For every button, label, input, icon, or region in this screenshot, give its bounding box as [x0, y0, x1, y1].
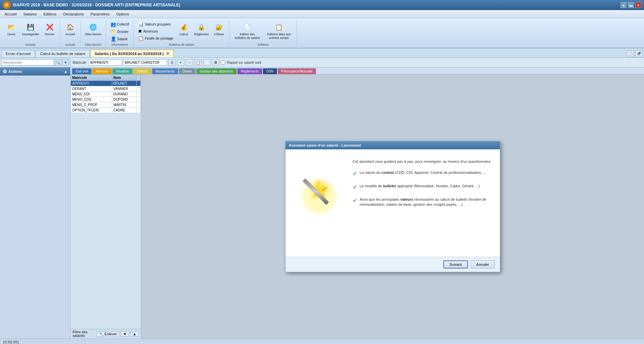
maximize-button[interactable]: ▬: [628, 2, 634, 8]
search-input[interactable]: [1, 59, 54, 65]
close-button[interactable]: ✕: [635, 2, 641, 8]
ribbon-btn-absences[interactable]: ✖ Absences: [136, 28, 175, 35]
tab-reglements[interactable]: Règlements: [237, 68, 262, 74]
search-button[interactable]: 🔍: [55, 59, 61, 66]
ribbon-btn-sites[interactable]: 🌐 Sites favoris: [83, 21, 103, 37]
employee-header: Matricule ⟨⟨ + − 📋 📄 ⚙ Rappel sur salari…: [71, 58, 644, 67]
copy-button[interactable]: 📋: [195, 59, 202, 66]
menu-editions[interactable]: Editions: [40, 11, 60, 17]
ribbon-btn-pointage[interactable]: 📋 Feuille de pointage: [136, 35, 175, 42]
ribbon-btn-reglement[interactable]: 🔒 Règlement: [192, 21, 211, 37]
ribbon-btn-accueil[interactable]: 🏠 Accueil: [63, 21, 78, 37]
app-logo: IP: [3, 1, 11, 9]
menu-declarations[interactable]: Déclarations: [60, 11, 87, 17]
table-row[interactable]: GERANT VANNIER: [71, 86, 141, 92]
nav-prev-button[interactable]: ⟨⟨: [168, 59, 176, 66]
tab-calcul[interactable]: Calcul du bulletin de salaire: [36, 50, 90, 57]
tab-gestion-absences[interactable]: Gestion des absences: [196, 68, 237, 74]
cell-nom: MARTIN: [112, 102, 136, 108]
restore-button[interactable]: ⬜: [627, 50, 634, 57]
tab-prevoyance[interactable]: Prévoyance/Mutuelle: [277, 68, 316, 74]
tab-dsn[interactable]: DSN: [263, 68, 277, 74]
version-label: 10.00.001: [3, 340, 19, 344]
cell-empty: [137, 97, 141, 102]
dialog-overlay: Assistant saisie d'un salarié - Lancemen…: [141, 75, 644, 339]
table-row[interactable]: MENS_CDI2 DUPOND: [71, 97, 141, 102]
ribbon-btn-collectif[interactable]: 👥 Collectif: [109, 21, 131, 28]
minimize-button[interactable]: ▲: [620, 2, 627, 8]
tab-valeurs[interactable]: Valeurs: [133, 68, 152, 74]
filter-down-button[interactable]: ▼: [121, 331, 129, 337]
filter-down-icon: ▼: [123, 332, 127, 336]
reglement-icon: 🔒: [196, 22, 207, 33]
ribbon-btn-calcul[interactable]: 💰 Calcul: [176, 21, 191, 37]
ribbon-btn-valeurs[interactable]: 📊 Valeurs groupées: [136, 21, 175, 28]
tab-close-icon[interactable]: ✕: [166, 51, 169, 56]
cloture-icon: 🔐: [214, 22, 224, 33]
menu-accueil[interactable]: Accueil: [1, 11, 20, 17]
ribbon-btn-cloture[interactable]: 🔐 Clôture: [212, 21, 226, 37]
float-button[interactable]: 🗗: [635, 50, 643, 57]
employee-list-panel: Matricule Nom APPRENTI BRUNET: [71, 75, 141, 339]
ribbon-btn-sauvegarder[interactable]: 💾 Sauvegarder: [20, 21, 41, 37]
annuler-button[interactable]: Annuler: [471, 260, 495, 268]
matricule-label: Matricule: [73, 61, 86, 64]
cell-nom: VANNIER: [112, 86, 136, 92]
table-row[interactable]: MENS_CDI DURAND: [71, 92, 141, 97]
check-text-1: Le modèle de bulletin approprié (Mensual…: [360, 184, 480, 189]
tab-divers[interactable]: Divers: [179, 68, 196, 74]
col-nom: Nom: [112, 75, 136, 81]
accueil-group-label: Accueil: [63, 43, 78, 47]
menu-salaires[interactable]: Salaires: [20, 11, 40, 17]
tab-salaries-label: Salariés ( Du 01/03/2018 au 31/03/2018 ): [95, 52, 164, 56]
check-item-0: ✔ La nature du contrat (CDD, CDI, Appren…: [353, 170, 493, 177]
edition-bulletins-icon: 📄: [242, 22, 253, 33]
matricule-input[interactable]: [88, 59, 122, 65]
info-group-label: Informations: [109, 43, 131, 47]
ribbon-btn-ouvrir[interactable]: 📂 Ouvrir: [4, 21, 19, 37]
col-scroll: [137, 75, 141, 81]
actions-collapse-button[interactable]: ▲: [64, 69, 68, 73]
menu-options[interactable]: Options: [113, 11, 132, 17]
ribbon-btn-salarie[interactable]: 👤 Salarié: [109, 36, 131, 42]
valeurs-label: Valeurs groupées: [145, 22, 171, 26]
tab-adresse[interactable]: Adresse: [92, 68, 112, 74]
menu-parametres[interactable]: Paramètres: [87, 11, 113, 17]
suivant-button[interactable]: Suivant: [443, 260, 468, 268]
add-button[interactable]: +: [62, 59, 69, 66]
tab-accueil[interactable]: Ecran d'accueil: [1, 50, 35, 57]
filter-up-button[interactable]: ▲: [130, 331, 139, 337]
col-matricule: Matricule: [71, 75, 112, 81]
name-input[interactable]: [123, 59, 167, 65]
paste-button[interactable]: 📄: [203, 59, 211, 66]
delete-employee-button[interactable]: −: [186, 59, 193, 66]
cell-empty: [137, 92, 141, 97]
table-row[interactable]: OPTION_TPLEIN CADRE: [71, 108, 141, 113]
tab-mouvements[interactable]: Mouvements: [152, 68, 178, 74]
table-row[interactable]: MENS_C_PROF MARTIN: [71, 102, 141, 108]
tab-salaries[interactable]: Salariés ( Du 01/03/2018 au 31/03/2018 )…: [90, 50, 174, 57]
checkmark-0: ✔: [353, 170, 357, 177]
ribbon-btn-editions-liees[interactable]: 📋 Editions liées aux entrées sorties: [264, 21, 294, 41]
add-employee-button[interactable]: +: [177, 59, 184, 66]
filter-enlever-button[interactable]: 🔧 Enlever: [97, 331, 119, 337]
tab-etat-civil[interactable]: Etat civil: [72, 68, 92, 74]
table-row[interactable]: APPRENTI BRUNET: [71, 81, 141, 86]
app-title: ISAPAYE 2019 - BASE DEMO - 31/03/2019 - …: [13, 3, 180, 7]
tab-situation[interactable]: Situation: [112, 68, 133, 74]
rappel-checkbox[interactable]: [221, 60, 225, 65]
actions-header: ⚙ Actions ▲: [0, 67, 70, 76]
pointage-icon: 📋: [138, 36, 144, 41]
tab-bar: Ecran d'accueil Calcul du bulletin de sa…: [0, 48, 644, 58]
dialog-footer: Suivant Annuler: [286, 257, 500, 272]
ribbon-btn-fermer[interactable]: ❌ Fermer: [42, 21, 57, 37]
ribbon-btn-edition-bulletins[interactable]: 📄 Edition des bulletins de salaire: [232, 21, 262, 41]
settings-button[interactable]: ⚙: [212, 59, 219, 66]
check-text-2: Ainsi que les principales valeurs nécess…: [360, 197, 493, 207]
ribbon-btn-dossier[interactable]: 📁 Dossier: [109, 28, 131, 35]
editions-group-label: Editions: [232, 43, 294, 47]
ribbon: 📂 Ouvrir 💾 Sauvegarder ❌ Fermer Dossier …: [0, 18, 644, 48]
title-bar: IP ISAPAYE 2019 - BASE DEMO - 31/03/2019…: [0, 0, 644, 10]
detail-tabs: Etat civil Adresse Situation Valeurs Mou…: [71, 67, 644, 75]
cell-nom: DUPOND: [112, 97, 136, 102]
